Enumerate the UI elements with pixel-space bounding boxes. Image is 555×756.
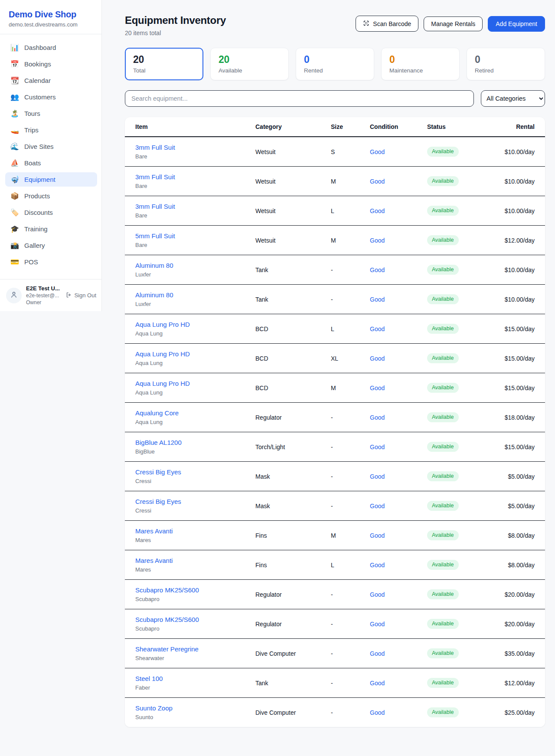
sidebar-item-customers[interactable]: 👥 Customers — [5, 90, 97, 104]
stat-card-rented[interactable]: 0 Rented — [296, 48, 374, 80]
stat-card-available[interactable]: 20 Available — [210, 48, 289, 80]
sidebar-item-pos[interactable]: 💳 POS — [5, 255, 97, 269]
condition-link[interactable]: Good — [370, 650, 385, 657]
sign-out-button[interactable]: Sign Out — [65, 292, 96, 299]
sidebar-item-boats[interactable]: ⛵ Boats — [5, 156, 97, 170]
item-name-link[interactable]: Aluminum 80 — [135, 291, 173, 299]
sidebar-item-tours[interactable]: 🏝️ Tours — [5, 106, 97, 121]
item-name-link[interactable]: Aqua Lung Pro HD — [135, 380, 190, 387]
customers-icon: 👥 — [10, 94, 19, 101]
condition-link[interactable]: Good — [370, 680, 385, 687]
sidebar-item-products[interactable]: 📦 Products — [5, 189, 97, 203]
stat-card-total[interactable]: 20 Total — [125, 48, 203, 80]
status-badge: Available — [427, 530, 459, 540]
condition-link[interactable]: Good — [370, 562, 385, 569]
condition-link[interactable]: Good — [370, 325, 385, 332]
item-name-link[interactable]: Aluminum 80 — [135, 262, 173, 269]
item-cell: 3mm Full Suit Bare — [135, 203, 255, 219]
item-name-link[interactable]: Aqualung Core — [135, 409, 179, 417]
item-name-link[interactable]: Steel 100 — [135, 675, 163, 682]
condition-link[interactable]: Good — [370, 473, 385, 480]
scan-barcode-button[interactable]: Scan Barcode — [356, 16, 418, 32]
add-equipment-label: Add Equipment — [496, 21, 537, 27]
status-badge: Available — [427, 589, 459, 599]
sidebar-item-dashboard[interactable]: 📊 Dashboard — [5, 40, 97, 55]
condition-link[interactable]: Good — [370, 503, 385, 509]
item-name-link[interactable]: 5mm Full Suit — [135, 232, 175, 240]
item-name-link[interactable]: Aqua Lung Pro HD — [135, 321, 190, 328]
bookings-icon: 📅 — [10, 61, 19, 68]
item-name-link[interactable]: 3mm Full Suit — [135, 173, 175, 181]
discounts-icon: 🏷️ — [10, 209, 19, 216]
item-name-link[interactable]: Scubapro MK25/S600 — [135, 586, 199, 594]
condition-link[interactable]: Good — [370, 178, 385, 185]
item-name-link[interactable]: BigBlue AL1200 — [135, 439, 182, 446]
equipment-icon: 🤿 — [10, 176, 19, 183]
sidebar: Demo Dive Shop demo.test.divestreams.com… — [0, 0, 102, 311]
stat-value: 0 — [389, 54, 451, 66]
sidebar-item-equipment[interactable]: 🤿 Equipment — [5, 172, 97, 187]
condition-link[interactable]: Good — [370, 148, 385, 155]
column-header-rental: Rental — [483, 123, 535, 130]
condition-link[interactable]: Good — [370, 355, 385, 362]
training-icon: 🎓 — [10, 226, 19, 233]
item-name-link[interactable]: Cressi Big Eyes — [135, 498, 181, 505]
column-header-item: Item — [135, 123, 255, 130]
item-cell: Shearwater Peregrine Shearwater — [135, 645, 255, 661]
category-select[interactable]: All Categories — [481, 90, 545, 107]
stat-value: 0 — [304, 54, 366, 66]
stat-card-maintenance[interactable]: 0 Maintenance — [381, 48, 460, 80]
user-meta: E2E Test U... e2e-tester@... Owner — [26, 285, 60, 306]
avatar — [6, 288, 22, 303]
item-brand: Suunto — [135, 714, 255, 720]
condition-link[interactable]: Good — [370, 237, 385, 244]
item-cell: Mares Avanti Mares — [135, 527, 255, 543]
item-name-link[interactable]: Suunto Zoop — [135, 704, 173, 712]
item-brand: Cressi — [135, 507, 255, 514]
condition-link[interactable]: Good — [370, 385, 385, 391]
condition-link[interactable]: Good — [370, 207, 385, 214]
rental-cell: $15.00/day — [483, 444, 535, 450]
tours-icon: 🏝️ — [10, 110, 19, 117]
item-name-link[interactable]: Aqua Lung Pro HD — [135, 350, 190, 358]
add-equipment-button[interactable]: Add Equipment — [488, 16, 545, 32]
sidebar-item-dive-sites[interactable]: 🌊 Dive Sites — [5, 139, 97, 154]
stat-label: Maintenance — [389, 67, 451, 74]
sidebar-item-label: Training — [24, 225, 48, 233]
condition-link[interactable]: Good — [370, 414, 385, 421]
condition-link[interactable]: Good — [370, 532, 385, 539]
stat-value: 20 — [219, 54, 281, 66]
sidebar-item-bookings[interactable]: 📅 Bookings — [5, 57, 97, 71]
item-name-link[interactable]: Cressi Big Eyes — [135, 468, 181, 476]
status-badge: Available — [427, 501, 459, 511]
column-header-size: Size — [331, 123, 370, 130]
status-badge: Available — [427, 678, 459, 688]
user-block: E2E Test U... e2e-tester@... Owner Sign … — [0, 279, 101, 311]
sidebar-item-trips[interactable]: 🚤 Trips — [5, 123, 97, 137]
sidebar-item-training[interactable]: 🎓 Training — [5, 222, 97, 236]
item-cell: BigBlue AL1200 BigBlue — [135, 439, 255, 455]
sidebar-item-calendar[interactable]: 📆 Calendar — [5, 73, 97, 88]
condition-link[interactable]: Good — [370, 296, 385, 303]
condition-link[interactable]: Good — [370, 709, 385, 716]
condition-link[interactable]: Good — [370, 444, 385, 450]
category-cell: Tank — [255, 296, 331, 303]
manage-rentals-button[interactable]: Manage Rentals — [424, 16, 483, 31]
search-input[interactable] — [125, 90, 474, 107]
item-name-link[interactable]: Mares Avanti — [135, 527, 173, 535]
stat-card-retired[interactable]: 0 Retired — [467, 48, 545, 80]
item-name-link[interactable]: Scubapro MK25/S600 — [135, 616, 199, 623]
table-row: Mares Avanti Mares Fins M Good Available… — [125, 520, 545, 550]
item-brand: Bare — [135, 183, 255, 189]
size-cell: S — [331, 148, 370, 155]
status-badge: Available — [427, 324, 459, 334]
condition-link[interactable]: Good — [370, 266, 385, 273]
item-name-link[interactable]: Shearwater Peregrine — [135, 645, 199, 653]
item-name-link[interactable]: 3mm Full Suit — [135, 144, 175, 151]
item-name-link[interactable]: 3mm Full Suit — [135, 203, 175, 210]
sidebar-item-gallery[interactable]: 📸 Gallery — [5, 238, 97, 253]
condition-link[interactable]: Good — [370, 621, 385, 628]
sidebar-item-discounts[interactable]: 🏷️ Discounts — [5, 205, 97, 220]
item-name-link[interactable]: Mares Avanti — [135, 557, 173, 564]
condition-link[interactable]: Good — [370, 591, 385, 598]
